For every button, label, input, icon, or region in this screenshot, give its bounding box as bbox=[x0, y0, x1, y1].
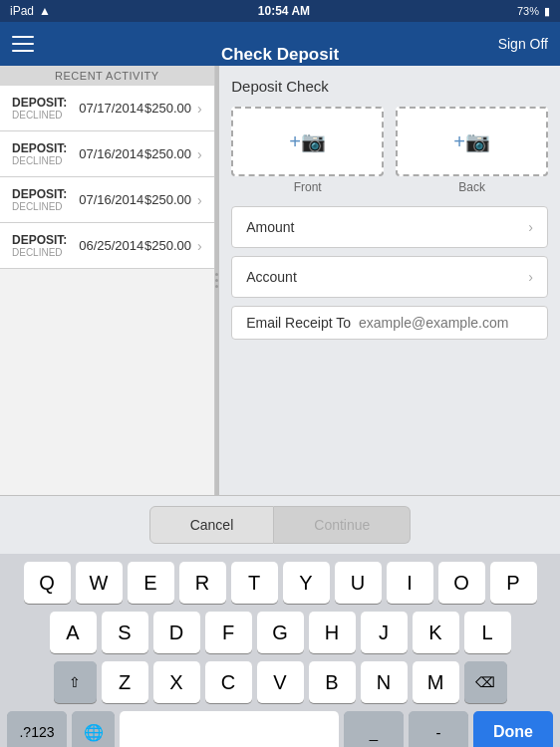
chevron-right-icon: › bbox=[197, 192, 202, 208]
deposit-date: 07/16/2014 bbox=[79, 146, 145, 161]
menu-button[interactable] bbox=[12, 36, 34, 52]
key-w[interactable]: W bbox=[76, 562, 123, 604]
deposit-date: 06/25/2014 bbox=[79, 238, 145, 253]
camera-icon: 📷 bbox=[301, 129, 326, 153]
deposit-status: DECLINED bbox=[12, 110, 79, 121]
key-j[interactable]: J bbox=[361, 612, 408, 653]
key-p[interactable]: P bbox=[490, 562, 537, 604]
done-key[interactable]: Done bbox=[473, 711, 553, 747]
keyboard-row-2: A S D F G H J K L bbox=[3, 612, 557, 653]
email-receipt-label: Email Receipt To bbox=[246, 315, 351, 331]
key-d[interactable]: D bbox=[153, 612, 200, 653]
deposit-date: 07/16/2014 bbox=[79, 192, 145, 207]
front-photo-button[interactable]: + 📷 bbox=[231, 107, 384, 176]
battery-percent: 73% bbox=[517, 5, 539, 17]
deposit-check-title: Deposit Check bbox=[231, 78, 548, 95]
key-h[interactable]: H bbox=[309, 612, 356, 653]
key-z[interactable]: Z bbox=[102, 661, 148, 703]
key-e[interactable]: E bbox=[128, 562, 174, 604]
battery-icon: ▮ bbox=[544, 5, 550, 18]
amount-field[interactable]: Amount › bbox=[231, 206, 548, 248]
status-right: 73% ▮ bbox=[517, 5, 550, 18]
key-u[interactable]: U bbox=[335, 562, 382, 604]
key-b[interactable]: B bbox=[309, 661, 356, 703]
key-o[interactable]: O bbox=[438, 562, 485, 604]
sign-off-button[interactable]: Sign Off bbox=[498, 36, 548, 52]
status-bar: iPad ▲ 10:54 AM 73% ▮ bbox=[0, 0, 560, 22]
symbol-key[interactable]: .?123 bbox=[7, 711, 67, 747]
main-content: RECENT ACTIVITY DEPOSIT: DECLINED 07/17/… bbox=[0, 66, 560, 495]
key-q[interactable]: Q bbox=[24, 562, 71, 604]
front-photo-box: + 📷 Front bbox=[231, 107, 384, 194]
divider-dots bbox=[215, 273, 218, 288]
chevron-right-icon: › bbox=[197, 146, 202, 162]
key-n[interactable]: N bbox=[361, 661, 408, 703]
shift-key[interactable]: ⇧ bbox=[54, 661, 97, 703]
wifi-icon: ▲ bbox=[39, 4, 51, 18]
table-row[interactable]: DEPOSIT: DECLINED 07/17/2014 $250.00 › bbox=[0, 86, 214, 131]
page-title: Check Deposit bbox=[221, 45, 339, 65]
emoji-key[interactable]: 🌐 bbox=[72, 711, 115, 747]
dash-key[interactable]: - bbox=[409, 711, 468, 747]
key-l[interactable]: L bbox=[464, 612, 511, 653]
deposit-info: DEPOSIT: DECLINED bbox=[12, 141, 79, 166]
key-s[interactable]: S bbox=[102, 612, 148, 653]
key-x[interactable]: X bbox=[153, 661, 200, 703]
key-y[interactable]: Y bbox=[283, 562, 330, 604]
amount-label: Amount bbox=[246, 219, 294, 235]
key-f[interactable]: F bbox=[205, 612, 252, 653]
chevron-right-icon: › bbox=[197, 238, 202, 254]
deposit-amount: $250.00 bbox=[144, 101, 191, 116]
nav-bar: Check Deposit Sign Off bbox=[0, 22, 560, 66]
key-t[interactable]: T bbox=[231, 562, 278, 604]
keyboard-bottom-row: .?123 🌐 _ - Done bbox=[3, 711, 557, 747]
key-c[interactable]: C bbox=[205, 661, 252, 703]
key-k[interactable]: K bbox=[413, 612, 459, 653]
continue-button[interactable]: Continue bbox=[274, 506, 411, 544]
key-i[interactable]: I bbox=[387, 562, 433, 604]
status-left: iPad ▲ bbox=[10, 4, 51, 18]
right-panel: Deposit Check + 📷 Front + 📷 Back Amount … bbox=[219, 66, 560, 495]
account-chevron-icon: › bbox=[528, 269, 533, 285]
keyboard-row-1: Q W E R T Y U I O P bbox=[3, 562, 557, 604]
account-field[interactable]: Account › bbox=[231, 256, 548, 298]
deposit-info: DEPOSIT: DECLINED bbox=[12, 96, 79, 121]
left-panel: RECENT ACTIVITY DEPOSIT: DECLINED 07/17/… bbox=[0, 66, 215, 495]
key-v[interactable]: V bbox=[257, 661, 304, 703]
table-row[interactable]: DEPOSIT: DECLINED 07/16/2014 $250.00 › bbox=[0, 131, 214, 177]
key-m[interactable]: M bbox=[413, 661, 459, 703]
deposit-amount: $250.00 bbox=[144, 192, 191, 207]
back-label: Back bbox=[458, 180, 485, 194]
back-photo-button[interactable]: + 📷 bbox=[396, 107, 548, 176]
key-g[interactable]: G bbox=[257, 612, 304, 653]
camera-icon: 📷 bbox=[465, 129, 490, 153]
photo-row: + 📷 Front + 📷 Back bbox=[231, 107, 548, 194]
email-input[interactable] bbox=[359, 315, 533, 331]
key-r[interactable]: R bbox=[179, 562, 226, 604]
cancel-button[interactable]: Cancel bbox=[149, 506, 275, 544]
backspace-key[interactable]: ⌫ bbox=[464, 661, 507, 703]
keyboard: Q W E R T Y U I O P A S D F G H J K L ⇧ … bbox=[0, 554, 560, 747]
key-a[interactable]: A bbox=[50, 612, 97, 653]
deposit-amount: $250.00 bbox=[144, 146, 191, 161]
deposit-info: DEPOSIT: DECLINED bbox=[12, 233, 79, 258]
space-key[interactable] bbox=[120, 711, 339, 747]
chevron-right-icon: › bbox=[197, 101, 202, 117]
deposit-status: DECLINED bbox=[12, 155, 79, 166]
recent-activity-header: RECENT ACTIVITY bbox=[0, 66, 214, 86]
deposit-date: 07/17/2014 bbox=[79, 101, 145, 116]
deposit-label: DEPOSIT: bbox=[12, 233, 79, 247]
front-label: Front bbox=[294, 180, 322, 194]
deposit-label: DEPOSIT: bbox=[12, 187, 79, 201]
table-row[interactable]: DEPOSIT: DECLINED 06/25/2014 $250.00 › bbox=[0, 223, 214, 269]
deposit-status: DECLINED bbox=[12, 247, 79, 258]
underscore-key[interactable]: _ bbox=[344, 711, 404, 747]
button-row: Cancel Continue bbox=[0, 495, 560, 554]
amount-chevron-icon: › bbox=[528, 219, 533, 235]
table-row[interactable]: DEPOSIT: DECLINED 07/16/2014 $250.00 › bbox=[0, 177, 214, 223]
deposit-label: DEPOSIT: bbox=[12, 141, 79, 155]
keyboard-row-3: ⇧ Z X C V B N M ⌫ bbox=[3, 661, 557, 703]
deposit-info: DEPOSIT: DECLINED bbox=[12, 187, 79, 212]
status-time: 10:54 AM bbox=[258, 4, 310, 18]
deposit-label: DEPOSIT: bbox=[12, 96, 79, 110]
